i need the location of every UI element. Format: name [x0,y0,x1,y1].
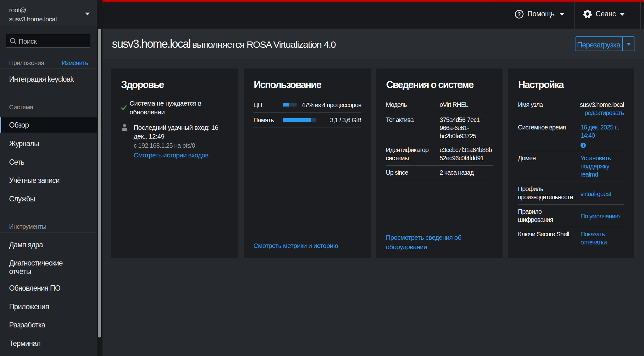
svg-text:?: ? [518,11,521,17]
